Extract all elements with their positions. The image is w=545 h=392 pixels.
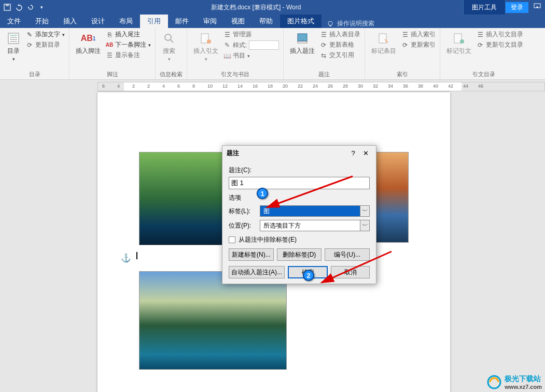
position-select[interactable]: 所选项目下方 ﹀ xyxy=(260,220,370,231)
caption-input[interactable] xyxy=(229,177,370,189)
label-field-label: 标签(L): xyxy=(229,207,256,216)
position-field-label: 位置(P): xyxy=(229,221,256,230)
cancel-button[interactable]: 取消 xyxy=(331,266,370,278)
label-select-value: 图 xyxy=(260,207,360,216)
modal-mask: 题注 ? ✕ 题注(C): 选项 标签(L): 图 ﹀ 位置(P): 所选项目下… xyxy=(0,0,545,392)
auto-caption-button[interactable]: 自动插入题注(A)... xyxy=(229,266,285,278)
caption-label: 题注(C): xyxy=(229,166,370,175)
exclude-label-checkbox[interactable] xyxy=(229,236,235,243)
close-button[interactable]: ✕ xyxy=(359,149,372,157)
exclude-label-text: 从题注中排除标签(E) xyxy=(239,235,297,244)
chevron-down-icon[interactable]: ﹀ xyxy=(360,220,369,231)
options-label: 选项 xyxy=(229,193,370,202)
ok-button[interactable]: 确定 xyxy=(288,266,328,278)
caption-dialog: 题注 ? ✕ 题注(C): 选项 标签(L): 图 ﹀ 位置(P): 所选项目下… xyxy=(222,145,376,284)
numbering-button[interactable]: 编号(U)... xyxy=(325,248,370,261)
dialog-titlebar[interactable]: 题注 ? ✕ xyxy=(222,146,376,161)
label-select[interactable]: 图 ﹀ xyxy=(260,205,370,217)
watermark: 极光下载站 www.xz7.com xyxy=(487,374,542,390)
chevron-down-icon[interactable]: ﹀ xyxy=(360,206,369,216)
watermark-url: www.xz7.com xyxy=(505,384,542,390)
help-button[interactable]: ? xyxy=(347,149,359,157)
position-select-value: 所选项目下方 xyxy=(260,221,360,230)
watermark-icon xyxy=(487,375,501,389)
new-label-button[interactable]: 新建标签(N)... xyxy=(229,248,274,261)
dialog-title: 题注 xyxy=(227,149,347,158)
watermark-name: 极光下载站 xyxy=(505,374,541,383)
delete-label-button[interactable]: 删除标签(D) xyxy=(277,248,322,261)
